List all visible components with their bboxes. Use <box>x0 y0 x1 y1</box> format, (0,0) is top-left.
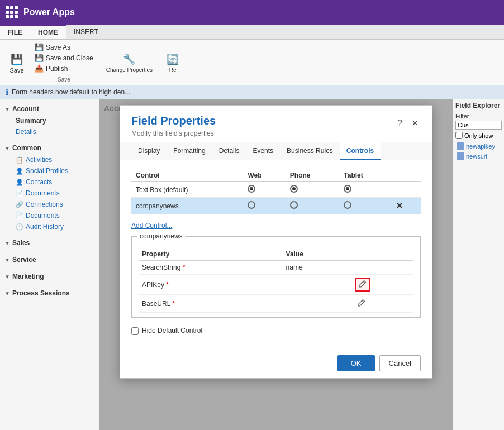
marketing-section-label: Marketing <box>12 273 44 280</box>
properties-table: Property Value SearchString * name <box>139 248 413 313</box>
publish-button[interactable]: 📤 Publish <box>32 63 96 74</box>
sidebar-item-documents-2[interactable]: 📄 Documents <box>4 210 94 221</box>
sidebar-item-social-profiles[interactable]: 👤 Social Profiles <box>4 165 94 176</box>
sidebar-section-header-common[interactable]: ▼ Common <box>4 142 94 154</box>
marketing-chevron-icon: ▼ <box>4 274 10 280</box>
modal-subtitle: Modify this field's properties. <box>131 130 216 137</box>
ok-button[interactable]: OK <box>337 355 375 371</box>
add-control-link[interactable]: Add Control... <box>131 222 172 230</box>
modal-close-button[interactable]: ✕ <box>409 117 421 130</box>
sidebar-item-connections[interactable]: 🔗 Connections <box>4 199 94 210</box>
sidebar-section-header-process[interactable]: ▼ Process Sessions <box>4 287 94 299</box>
change-properties-icon: 🔧 <box>121 51 137 67</box>
sidebar-item-contacts[interactable]: 👤 Contacts <box>4 176 94 188</box>
sidebar-item-activities[interactable]: 📋 Activities <box>4 154 94 165</box>
ribbon-tab-insert[interactable]: INSERT <box>66 25 106 39</box>
save-button[interactable]: 💾 Save <box>4 49 29 76</box>
cancel-button[interactable]: Cancel <box>379 355 421 371</box>
only-show-label: Only show <box>464 132 493 139</box>
prop-group-legend: companynews <box>137 232 185 240</box>
apps-grid-icon[interactable] <box>6 6 18 18</box>
col-web: Web <box>243 169 285 182</box>
info-message: Form headers now default to high den... <box>12 88 130 96</box>
textbox-phone-radio[interactable] <box>286 182 340 198</box>
companynews-phone-radio[interactable] <box>286 198 340 214</box>
hide-default-label: Hide Default Control <box>142 327 202 335</box>
topbar: Power Apps <box>0 0 504 25</box>
account-chevron-icon: ▼ <box>4 106 10 112</box>
sidebar-section-service: ▼ Service <box>0 250 99 267</box>
sidebar-item-audit-history[interactable]: 🕐 Audit History <box>4 221 94 232</box>
tab-controls[interactable]: Controls <box>340 142 381 160</box>
sidebar-item-documents-1[interactable]: 📄 Documents <box>4 188 94 199</box>
prop-apikey-action[interactable] <box>352 275 413 295</box>
re-icon: 🔄 <box>165 51 180 67</box>
col-control: Control <box>131 169 243 182</box>
prop-row-apikey: APIKey * <box>139 275 413 295</box>
field-explorer-filter-input[interactable] <box>455 121 502 130</box>
control-name-textbox: Text Box (default) <box>131 182 243 198</box>
tab-formatting[interactable]: Formatting <box>167 142 212 160</box>
apikey-edit-button[interactable] <box>355 278 370 292</box>
audit-icon: 🕐 <box>16 223 23 231</box>
modal-header-actions: ? ✕ <box>395 117 421 130</box>
field-properties-modal: Field Properties Modify this field's pro… <box>120 105 432 379</box>
sidebar-item-details[interactable]: Details <box>4 126 94 137</box>
hide-default-checkbox[interactable] <box>131 327 139 335</box>
re-button[interactable]: 🔄 Re <box>160 49 185 75</box>
baseurl-edit-button[interactable] <box>355 298 368 309</box>
control-name-companynews: companynews <box>131 198 243 214</box>
newapikey-label: newapikey <box>466 143 495 150</box>
modal-help-button[interactable]: ? <box>395 117 405 130</box>
prop-row-searchstring: SearchString * name <box>139 261 413 275</box>
field-explorer-panel: Field Explorer Filter Only show newapike… <box>453 99 504 430</box>
field-explorer-item-newsurl[interactable]: newsurl <box>455 151 502 161</box>
prop-baseurl-action[interactable] <box>352 295 413 313</box>
sidebar-section-header-sales[interactable]: ▼ Sales <box>4 237 94 249</box>
ribbon-tab-file[interactable]: FILE <box>0 25 30 39</box>
sidebar: ▼ Account Summary Details ▼ Common 📋 Act… <box>0 99 99 430</box>
sidebar-item-summary[interactable]: Summary <box>4 115 94 126</box>
ribbon-tab-home[interactable]: HOME <box>30 25 66 39</box>
sidebar-section-header-account[interactable]: ▼ Account <box>4 103 94 115</box>
textbox-web-radio[interactable] <box>243 182 285 198</box>
service-section-label: Service <box>12 256 36 264</box>
field-explorer-item-newapikey[interactable]: newapikey <box>455 141 502 151</box>
prop-col-action <box>352 248 413 261</box>
modal-overlay: Field Properties Modify this field's pro… <box>99 99 453 430</box>
sidebar-section-header-service[interactable]: ▼ Service <box>4 254 94 266</box>
textbox-tablet-radio[interactable] <box>339 182 391 198</box>
tab-display[interactable]: Display <box>131 142 167 160</box>
info-icon: ℹ <box>6 88 8 97</box>
social-profiles-label: Social Profiles <box>26 167 68 175</box>
pencil-icon <box>359 280 367 288</box>
companynews-tablet-radio[interactable] <box>339 198 391 214</box>
save-group: 💾 Save As 💾 Save and Close 📤 Publish Sav… <box>32 42 96 83</box>
sidebar-section-common: ▼ Common 📋 Activities 👤 Social Profiles … <box>0 138 99 233</box>
modal-footer: OK Cancel <box>120 348 432 378</box>
save-as-button[interactable]: 💾 Save As <box>32 42 96 52</box>
newapikey-icon <box>457 142 464 150</box>
summary-label: Summary <box>16 117 46 125</box>
only-show-checkbox[interactable] <box>455 132 463 139</box>
ribbon-tabs: FILE HOME INSERT <box>0 25 504 40</box>
change-properties-button[interactable]: 🔧 Change Properties <box>99 49 157 75</box>
save-close-button[interactable]: 💾 Save and Close <box>32 52 96 63</box>
tab-business-rules[interactable]: Business Rules <box>280 142 340 160</box>
sidebar-section-sales: ▼ Sales <box>0 233 99 250</box>
ribbon: FILE HOME INSERT 💾 Save 💾 Save As 💾 Save… <box>0 25 504 85</box>
textbox-action <box>391 182 421 198</box>
documents2-label: Documents <box>26 212 60 219</box>
tab-events[interactable]: Events <box>246 142 280 160</box>
app-title: Power Apps <box>23 7 75 17</box>
prop-baseurl-label: BaseURL * <box>139 295 283 313</box>
companynews-remove[interactable]: ✕ <box>391 198 421 214</box>
tab-details[interactable]: Details <box>212 142 246 160</box>
companynews-web-radio[interactable] <box>243 198 285 214</box>
documents2-icon: 📄 <box>16 212 23 219</box>
sidebar-section-marketing: ▼ Marketing <box>0 267 99 284</box>
sales-chevron-icon: ▼ <box>4 240 10 246</box>
audit-label: Audit History <box>26 223 64 231</box>
sidebar-section-header-marketing[interactable]: ▼ Marketing <box>4 270 94 283</box>
remove-icon[interactable]: ✕ <box>396 201 403 211</box>
